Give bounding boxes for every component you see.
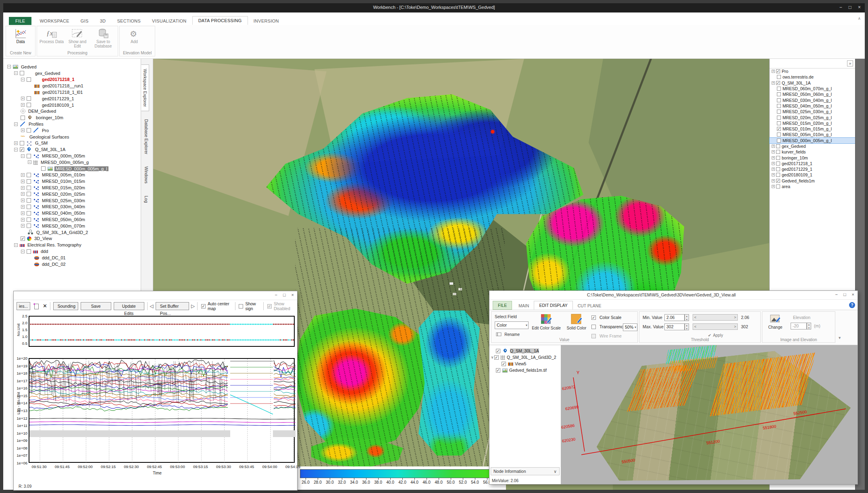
add-button[interactable]: ⚙Add bbox=[121, 27, 147, 50]
viewer-tree-item[interactable]: ✓View5 bbox=[489, 360, 561, 367]
layer-item[interactable]: +kurver_fields bbox=[770, 149, 855, 155]
layer-item[interactable]: +ged20171229_1 bbox=[770, 166, 855, 172]
tree-expander-icon[interactable]: + bbox=[21, 192, 25, 196]
checkbox[interactable] bbox=[776, 162, 780, 166]
tree-item[interactable]: +MRESD_010m_015m bbox=[3, 178, 141, 184]
checkbox[interactable]: ✓ bbox=[776, 179, 780, 183]
max-value-field[interactable]: 302 bbox=[664, 323, 685, 330]
layer-item[interactable]: +✓Gedved_fields1m bbox=[770, 178, 855, 184]
checkbox[interactable] bbox=[41, 166, 46, 171]
tree-expander-icon[interactable]: + bbox=[21, 128, 25, 132]
minimize-icon[interactable]: − bbox=[839, 4, 842, 10]
min-spinner[interactable]: ▲▼ bbox=[685, 314, 689, 321]
tree-expander-icon[interactable]: − bbox=[14, 122, 18, 126]
checkbox[interactable] bbox=[27, 103, 31, 107]
checkbox[interactable] bbox=[591, 325, 596, 329]
layer-item[interactable]: ows.terrestris.de bbox=[770, 74, 855, 80]
checkbox[interactable]: ✓ bbox=[20, 147, 24, 152]
tree-item[interactable]: +MRESD_015m_020m bbox=[3, 184, 141, 191]
save-to-database-button[interactable]: Save to Database bbox=[90, 27, 116, 50]
transparency-checkbox[interactable]: Transparency bbox=[591, 324, 625, 329]
tree-expander-icon[interactable]: + bbox=[21, 205, 25, 209]
node-information-bar[interactable]: Node Information ∨ bbox=[491, 467, 560, 475]
tab-file[interactable]: FILE bbox=[493, 301, 512, 310]
viewer-tree-item[interactable]: ✓Q_SM_30L_1A bbox=[489, 348, 561, 354]
tab-inversion[interactable]: INVERSION bbox=[248, 17, 285, 25]
tree-expander-icon[interactable]: − bbox=[14, 148, 18, 151]
checkbox[interactable] bbox=[777, 87, 781, 91]
checkbox[interactable] bbox=[776, 173, 780, 177]
apply-button[interactable]: ✔ Apply bbox=[708, 333, 736, 338]
next-arrow-icon[interactable]: ▷ bbox=[191, 303, 195, 309]
checkbox[interactable] bbox=[27, 96, 31, 101]
layer-item[interactable]: MRESD_005m_010m_g_l bbox=[770, 132, 855, 137]
tree-item[interactable]: +MRESD_040m_050m bbox=[3, 210, 141, 216]
layer-expander-icon[interactable]: + bbox=[772, 150, 775, 153]
tree-expander-icon[interactable]: + bbox=[21, 180, 25, 183]
set-buffer-pos-button[interactable]: Set Buffer Pos... bbox=[156, 302, 189, 310]
viewer-tree-item[interactable]: ∨✓Q_SM_30L_1A_Grid3D_2 bbox=[489, 354, 561, 360]
elevation-field[interactable]: -20 bbox=[791, 323, 807, 329]
process-data-button[interactable]: ƒxProcess Data bbox=[39, 27, 65, 50]
checkbox[interactable] bbox=[27, 198, 31, 203]
tree-item[interactable]: +MRESD_030m_040m bbox=[3, 204, 141, 210]
viewer3d-window[interactable]: C:\Toke\Demo_Workspaces\tTEM\WS_Gedved\3… bbox=[489, 290, 858, 485]
tree-expander-icon[interactable]: − bbox=[21, 78, 25, 81]
checkbox[interactable] bbox=[27, 173, 31, 177]
viewer3d-scene[interactable]: Y 62097262069962058662023055050055120055… bbox=[561, 345, 858, 484]
solid-color-button[interactable]: Solid Color bbox=[563, 313, 590, 330]
edit-color-scale-button[interactable]: Edit Color Scale bbox=[530, 313, 562, 330]
data-processing-window[interactable]: − □ × ies...SoundingSaveUpdate Edits◁Set… bbox=[13, 291, 298, 491]
checkbox[interactable] bbox=[777, 92, 781, 96]
show-and-edit-button[interactable]: Show and Edit bbox=[65, 27, 90, 50]
layer-expander-icon[interactable]: + bbox=[772, 185, 775, 188]
layer-expander-icon[interactable]: + bbox=[772, 179, 775, 182]
data-button[interactable]: Data bbox=[8, 27, 33, 50]
titlebar[interactable]: Workbench - [C:\Toke\Demo_Workspaces\tTE… bbox=[3, 3, 865, 12]
layer-item[interactable]: +ged20180109_1 bbox=[770, 172, 855, 178]
layer-item[interactable]: +boringer_10m bbox=[770, 155, 855, 160]
checkbox[interactable] bbox=[27, 192, 31, 196]
tree-expander-icon[interactable]: + bbox=[21, 186, 25, 190]
restore-icon[interactable]: □ bbox=[849, 4, 851, 10]
min-slider[interactable]: <> bbox=[693, 314, 738, 321]
tab-main[interactable]: MAIN bbox=[514, 302, 534, 310]
checkbox[interactable] bbox=[776, 144, 780, 148]
layer-item[interactable]: +gex_Gedved bbox=[770, 143, 855, 149]
layer-item[interactable]: +✓Pro bbox=[770, 68, 855, 74]
checkbox[interactable] bbox=[27, 77, 31, 82]
tree-expander-icon[interactable]: − bbox=[21, 250, 25, 253]
checkbox[interactable] bbox=[777, 104, 781, 108]
layer-item[interactable]: MRESD_050m_060m_g_l bbox=[770, 91, 855, 97]
layer-item[interactable]: +✓Q_SM_30L_1A bbox=[770, 80, 855, 86]
tab-visualization[interactable]: VISUALIZATION bbox=[146, 17, 192, 25]
sounding-button[interactable]: Sounding bbox=[53, 302, 78, 310]
checkbox[interactable]: ✓ bbox=[496, 368, 500, 373]
tree-item[interactable]: −Electrical Res. Tomography bbox=[3, 242, 141, 248]
checkbox[interactable] bbox=[27, 211, 31, 215]
checkbox[interactable] bbox=[776, 167, 780, 171]
max-spinner[interactable]: ▲▼ bbox=[685, 323, 689, 330]
checkbox[interactable] bbox=[27, 154, 31, 158]
tab-data-processing[interactable]: DATA PROCESSING bbox=[192, 16, 248, 25]
checkbox[interactable] bbox=[777, 116, 781, 120]
tree-item[interactable]: +MRESD_005m_010m bbox=[3, 172, 141, 178]
checkbox[interactable] bbox=[27, 179, 31, 184]
tree-item[interactable]: ged20171218__run1 bbox=[3, 83, 141, 89]
tree-item[interactable]: +MRESD_050m_060m bbox=[3, 216, 141, 223]
tree-item[interactable]: Q_SM_30L_1A_Grid3D_2 bbox=[3, 229, 141, 236]
checkbox[interactable] bbox=[27, 186, 31, 190]
previous-arrow-icon[interactable]: ◁ bbox=[150, 303, 153, 309]
minimize-icon[interactable]: − bbox=[275, 292, 277, 297]
checkbox[interactable]: ✓ bbox=[496, 349, 500, 353]
rename-button[interactable]: Rename bbox=[494, 332, 520, 337]
tree-item[interactable]: Geological Surfaces bbox=[3, 134, 141, 140]
layer-expander-icon[interactable]: + bbox=[772, 168, 775, 171]
layer-item[interactable]: MRESD_020m_025m_g_l bbox=[770, 114, 855, 120]
tree-expander-icon[interactable]: + bbox=[21, 211, 25, 215]
tree-expander-icon[interactable]: + bbox=[21, 103, 25, 107]
checkbox[interactable] bbox=[27, 205, 31, 209]
minimize-icon[interactable]: − bbox=[835, 292, 837, 297]
layer-item[interactable]: MRESD_000m_005m_g_l bbox=[770, 138, 855, 143]
viewer-tree-item[interactable]: ✓Gedved_fields1m.tif bbox=[489, 367, 561, 373]
